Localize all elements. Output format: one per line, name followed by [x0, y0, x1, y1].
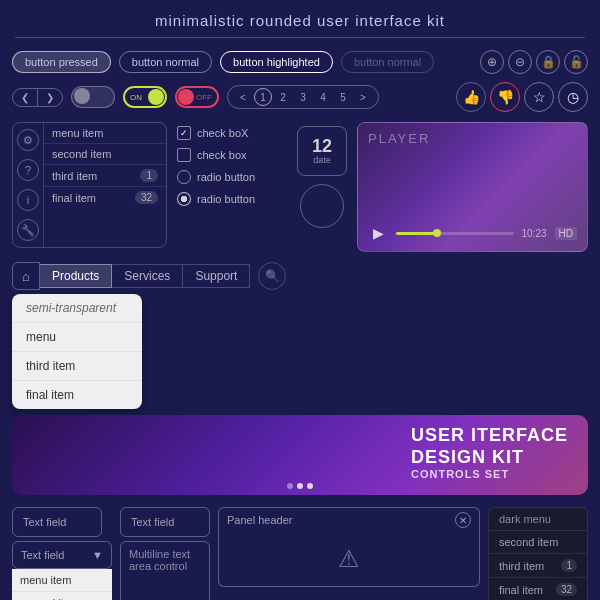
page-prev[interactable]: <: [234, 88, 252, 106]
left-menu-panel: ⚙ ? i 🔧 menu item second item third item…: [12, 122, 167, 252]
pagination-control: < 1 2 3 4 5 >: [227, 85, 379, 109]
forward-arrow-button[interactable]: ❯: [38, 89, 62, 106]
dark-menu-item-2-label: third item: [499, 560, 544, 572]
dark-menu-panel: dark menu second item third item 1 final…: [488, 507, 588, 600]
nav-tab-services[interactable]: Services: [112, 264, 183, 288]
radio-2-row[interactable]: radio button: [177, 192, 287, 206]
menu-item-3[interactable]: third item 1: [44, 165, 166, 187]
settings-icon[interactable]: ⚙: [17, 129, 39, 151]
back-arrow-button[interactable]: ❮: [13, 89, 38, 106]
text-field-2[interactable]: Text field: [120, 507, 210, 537]
player-panel: PLAYER ▶ 10:23 HD: [357, 122, 588, 252]
menu-item-4-label: final item: [52, 192, 96, 204]
dropdown-trigger[interactable]: Text field ▼: [12, 541, 112, 569]
toggle-on-control[interactable]: ON: [123, 86, 167, 108]
button-highlighted[interactable]: button highlighted: [220, 51, 333, 73]
radio-1[interactable]: [177, 170, 191, 184]
page-2[interactable]: 2: [274, 88, 292, 106]
bottom-row: Text field Text field ▼ menu item second…: [0, 503, 600, 600]
dropdown-item-3[interactable]: third item: [12, 352, 142, 381]
wrench-icon[interactable]: 🔧: [17, 219, 39, 241]
info-icon[interactable]: i: [17, 189, 39, 211]
player-controls: ▶ 10:23 HD: [358, 223, 587, 243]
text-field-column-left: Text field Text field ▼ menu item second…: [12, 507, 112, 600]
title-divider: [15, 37, 585, 38]
dark-menu-item-3-badge: 32: [556, 583, 577, 596]
hero-subtitle: CONTROLS SET: [411, 468, 568, 480]
button-normal[interactable]: button normal: [119, 51, 212, 73]
dropdown-value: Text field: [21, 549, 64, 561]
menu-item-3-label: third item: [52, 170, 97, 182]
page-5[interactable]: 5: [334, 88, 352, 106]
circle-widget[interactable]: [300, 184, 344, 228]
navbar: ⌂ Products Services Support 🔍: [0, 258, 600, 294]
play-button[interactable]: ▶: [368, 223, 388, 243]
text-field-1[interactable]: Text field: [12, 507, 102, 537]
page-4[interactable]: 4: [314, 88, 332, 106]
calendar-number: 12: [312, 137, 332, 155]
nav-home-button[interactable]: ⌂: [12, 262, 40, 290]
menu-item-4[interactable]: final item 32: [44, 187, 166, 208]
page-3[interactable]: 3: [294, 88, 312, 106]
plus-icon-button[interactable]: ⊕: [480, 50, 504, 74]
panel-body: ⚠: [218, 532, 480, 587]
dark-menu-item-2[interactable]: third item 1: [489, 554, 587, 578]
checkbox-2[interactable]: [177, 148, 191, 162]
help-icon[interactable]: ?: [17, 159, 39, 181]
menu-list: ⚙ ? i 🔧 menu item second item third item…: [12, 122, 167, 248]
dropdown-open-item-1[interactable]: menu item: [12, 569, 112, 592]
menu-item-2[interactable]: second item: [44, 144, 166, 165]
toggle-on-label: ON: [130, 93, 142, 102]
progress-dot: [433, 229, 441, 237]
dropdown-item-2[interactable]: menu: [12, 323, 142, 352]
multiline-placeholder: Multiline text area control: [129, 548, 201, 572]
dark-menu-item-1-label: second item: [499, 536, 558, 548]
lock-icon-button[interactable]: 🔒: [536, 50, 560, 74]
multiline-field[interactable]: Multiline text area control: [120, 541, 210, 600]
nav-tab-products[interactable]: Products: [40, 264, 112, 288]
panel-header-label: Panel header: [227, 514, 292, 526]
minus-icon-button[interactable]: ⊖: [508, 50, 532, 74]
panel-close-button[interactable]: ✕: [455, 512, 471, 528]
hero-dot-2[interactable]: [297, 483, 303, 489]
checkbox-2-row[interactable]: check box: [177, 148, 287, 162]
hero-dot-3[interactable]: [307, 483, 313, 489]
radio-2[interactable]: [177, 192, 191, 206]
dropdown-open-item-2[interactable]: second item: [12, 592, 112, 600]
dark-menu-item-2-badge: 1: [561, 559, 577, 572]
button-pressed[interactable]: button pressed: [12, 51, 111, 73]
progress-bar[interactable]: [396, 232, 514, 235]
nav-tab-support[interactable]: Support: [183, 264, 250, 288]
lock2-icon-button[interactable]: 🔓: [564, 50, 588, 74]
time-label: 10:23: [522, 228, 547, 239]
checkbox-1[interactable]: ✓: [177, 126, 191, 140]
toggle-off2-label: OFF: [196, 93, 212, 102]
clock-icon[interactable]: ◷: [558, 82, 588, 112]
radio-2-label: radio button: [197, 193, 255, 205]
page-next[interactable]: >: [354, 88, 372, 106]
checkbox-1-row[interactable]: ✓ check boX: [177, 126, 287, 140]
text-field-column-mid: Text field Multiline text area control: [120, 507, 210, 600]
menu-item-4-badge: 32: [135, 191, 158, 204]
menu-item-1-label: menu item: [52, 127, 103, 139]
thumbs-up-icon[interactable]: 👍: [456, 82, 486, 112]
star-icon[interactable]: ☆: [524, 82, 554, 112]
dropdown-item-1[interactable]: semi-transparent: [12, 294, 142, 323]
nav-search-button[interactable]: 🔍: [258, 262, 286, 290]
toggle-off-control[interactable]: [71, 86, 115, 108]
calendar-widget[interactable]: 12 date: [297, 126, 347, 176]
hero-dot-1[interactable]: [287, 483, 293, 489]
checkbox-1-label: check boX: [197, 127, 248, 139]
thumbs-down-icon[interactable]: 👎: [490, 82, 520, 112]
page-1[interactable]: 1: [254, 88, 272, 106]
dropdown-item-4[interactable]: final item: [12, 381, 142, 409]
menu-item-1[interactable]: menu item: [44, 123, 166, 144]
dark-menu-item-1[interactable]: second item: [489, 531, 587, 554]
progress-fill: [396, 232, 437, 235]
radio-1-row[interactable]: radio button: [177, 170, 287, 184]
toggle-off2-control[interactable]: OFF: [175, 86, 219, 108]
dark-menu-item-3[interactable]: final item 32: [489, 578, 587, 600]
radio-1-label: radio button: [197, 171, 255, 183]
icon-button-group: ⊕ ⊖ 🔒 🔓: [480, 50, 588, 74]
hd-badge: HD: [555, 227, 577, 240]
